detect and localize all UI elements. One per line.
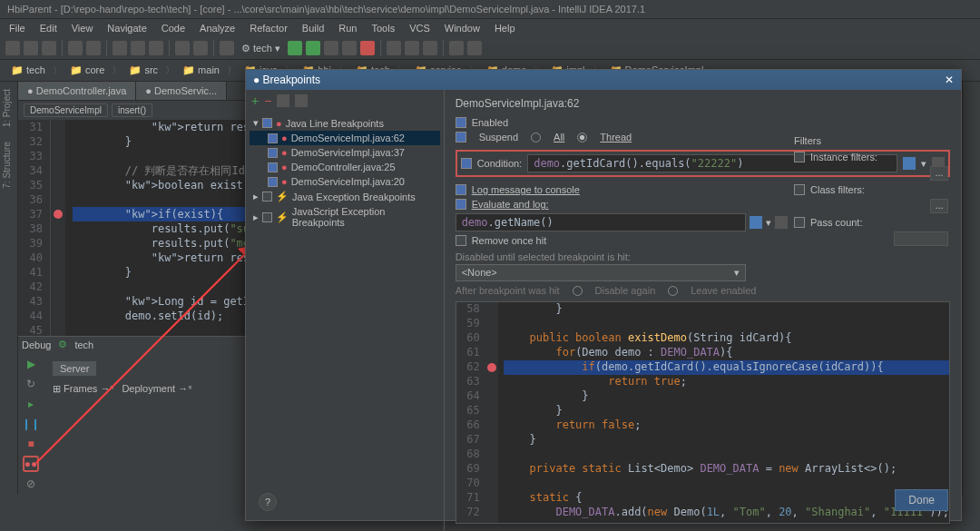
nav-core[interactable]: 📁 core xyxy=(66,63,108,78)
frames-dd[interactable]: ⊞ Frames →ˣ xyxy=(53,383,114,395)
debug-config[interactable]: tech xyxy=(74,339,93,350)
crumb-class[interactable]: DemoServiceImpl xyxy=(24,103,108,117)
tab-demoservice[interactable]: ● DemoServic... xyxy=(136,82,227,100)
tree-icon[interactable] xyxy=(295,94,308,107)
run-icon[interactable] xyxy=(288,41,302,55)
struct-icon[interactable] xyxy=(449,41,464,55)
pass-input[interactable] xyxy=(894,231,948,246)
tab-democontroller[interactable]: ● DemoController.java xyxy=(18,82,136,100)
save-icon[interactable] xyxy=(24,41,38,55)
disable-again-radio[interactable] xyxy=(573,286,583,296)
nav-main[interactable]: 📁 main xyxy=(179,63,223,78)
menu-tools[interactable]: Tools xyxy=(366,21,400,35)
reload-icon[interactable]: ↻ xyxy=(23,376,39,392)
menu-window[interactable]: Window xyxy=(439,21,485,35)
disabled-until-label: Disabled until selected breakpoint is hi… xyxy=(456,251,950,262)
menu-help[interactable]: Help xyxy=(489,21,521,35)
inst-dots[interactable]: ... xyxy=(930,166,948,181)
main-toolbar: ⚙ tech ▾ xyxy=(0,37,980,60)
menu-code[interactable]: Code xyxy=(156,21,191,35)
menu-navigate[interactable]: Navigate xyxy=(102,21,152,35)
nav-src[interactable]: 📁 src xyxy=(125,63,162,78)
undo-icon[interactable] xyxy=(68,41,83,55)
removeonce-chk[interactable] xyxy=(456,235,466,246)
pass-chk[interactable] xyxy=(794,217,805,228)
menu-bar: FileEditViewNavigateCodeAnalyzeRefactorB… xyxy=(0,19,980,37)
menu-view[interactable]: View xyxy=(66,21,99,35)
pause-icon[interactable]: ❙❙ xyxy=(23,416,39,432)
rerun-icon[interactable]: ▶ xyxy=(23,356,39,372)
stop-debug-icon[interactable]: ■ xyxy=(23,436,39,452)
menu-vcs[interactable]: VCS xyxy=(404,21,436,35)
nav-tech[interactable]: 📁 tech xyxy=(7,63,49,78)
right-gutter xyxy=(962,82,980,495)
left-gutter: 1: Project 7: Structure xyxy=(0,82,18,495)
server-tab[interactable]: Server xyxy=(53,361,96,376)
menu-edit[interactable]: Edit xyxy=(34,21,63,35)
cls-chk[interactable] xyxy=(794,184,805,195)
close-icon[interactable]: ✕ xyxy=(945,74,954,86)
make-icon[interactable] xyxy=(220,41,234,55)
vcs2-icon[interactable] xyxy=(405,41,419,55)
dialog-title-bar[interactable]: ● Breakpoints ✕ xyxy=(246,70,961,90)
cut-icon[interactable] xyxy=(113,41,127,55)
enabled-chk[interactable] xyxy=(456,117,466,128)
bp-header: DemoServiceImpl.java:62 xyxy=(456,97,950,110)
coverage-icon[interactable] xyxy=(324,41,338,55)
leave-enabled-radio[interactable] xyxy=(668,286,678,296)
open-icon[interactable] xyxy=(5,41,20,55)
back-icon[interactable] xyxy=(175,41,190,55)
mute-icon[interactable]: ⊘ xyxy=(23,476,39,492)
condition-chk[interactable] xyxy=(461,158,472,169)
settings-icon[interactable] xyxy=(467,41,482,55)
copy-icon[interactable] xyxy=(131,41,145,55)
project-tool[interactable]: 1: Project xyxy=(0,82,14,134)
menu-analyze[interactable]: Analyze xyxy=(194,21,240,35)
run-config-dd[interactable]: ⚙ tech ▾ xyxy=(238,43,284,54)
suspend-chk[interactable] xyxy=(456,132,466,143)
disabled-until-dd[interactable]: <None>▾ xyxy=(456,264,746,281)
view-bp-icon[interactable]: ●● xyxy=(23,456,39,472)
remove-bp-icon[interactable]: − xyxy=(264,93,271,108)
redo-icon[interactable] xyxy=(86,41,101,55)
filters-label: Filters xyxy=(794,135,948,146)
menu-refactor[interactable]: Refactor xyxy=(244,21,293,35)
done-button[interactable]: Done xyxy=(895,489,948,511)
title-bar: HbiParent - [D:\repo-hand\repo-tech\tech… xyxy=(0,0,980,19)
menu-file[interactable]: File xyxy=(4,21,31,35)
eval-dd-icon[interactable]: ▾ xyxy=(766,217,771,229)
stop-icon[interactable] xyxy=(360,41,375,55)
inst-chk[interactable] xyxy=(794,152,805,162)
eval-input[interactable]: demo.getName() xyxy=(456,213,746,231)
sync-icon[interactable] xyxy=(42,41,56,55)
menu-build[interactable]: Build xyxy=(297,21,329,35)
resume-icon[interactable]: ▸ xyxy=(23,396,39,412)
evallog-chk[interactable] xyxy=(456,199,466,210)
vcs3-icon[interactable] xyxy=(423,41,437,55)
structure-tool[interactable]: 7: Structure xyxy=(0,134,14,196)
debug-label: Debug xyxy=(22,339,51,350)
fwd-icon[interactable] xyxy=(193,41,208,55)
code-preview[interactable]: 585960616263646566676869707172 } public … xyxy=(456,301,950,524)
logmsg-chk[interactable] xyxy=(456,184,466,195)
vcs1-icon[interactable] xyxy=(387,41,401,55)
debug-icon[interactable] xyxy=(306,41,320,55)
group-icon[interactable] xyxy=(277,94,289,107)
eval-expand-icon[interactable] xyxy=(775,216,788,229)
menu-run[interactable]: Run xyxy=(333,21,362,35)
all-radio[interactable] xyxy=(531,133,541,143)
help-button[interactable]: ? xyxy=(259,493,277,511)
paste-icon[interactable] xyxy=(149,41,163,55)
cls-dots[interactable]: ... xyxy=(930,199,948,213)
thread-radio[interactable] xyxy=(577,133,587,143)
crumb-method[interactable]: insert() xyxy=(112,103,152,117)
bp-tree[interactable]: ▾●Java Line Breakpoints ●DemoServiceImpl… xyxy=(246,112,444,531)
add-bp-icon[interactable]: + xyxy=(251,93,259,108)
profile-icon[interactable] xyxy=(342,41,357,55)
breakpoints-dialog: ● Breakpoints ✕ + − ▾●Java Line Breakpoi… xyxy=(245,69,962,521)
deployment-dd[interactable]: Deployment →ˣ xyxy=(122,383,192,395)
eval-lang-icon[interactable] xyxy=(750,216,762,229)
